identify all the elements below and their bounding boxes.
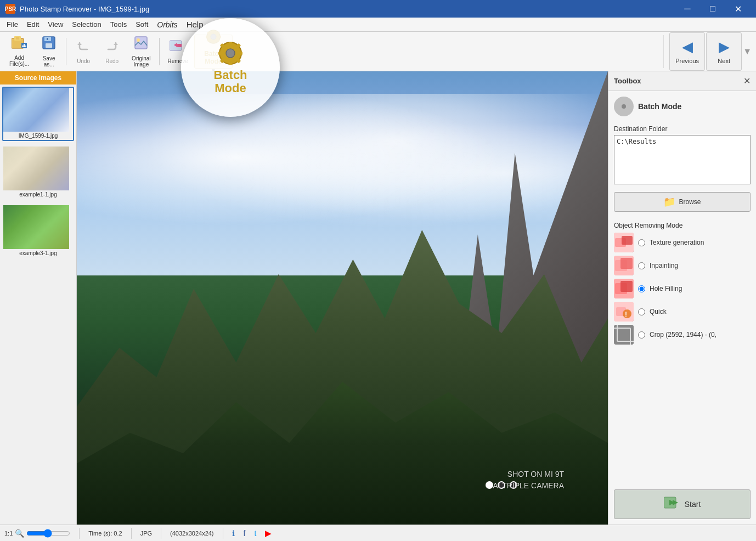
menu-edit[interactable]: Edit bbox=[22, 19, 43, 30]
toolbar-sep-3 bbox=[663, 35, 664, 68]
watermark-line1: SHOT ON MI 9T bbox=[493, 469, 564, 480]
twitter-icon[interactable]: t bbox=[254, 529, 256, 538]
original-image-button[interactable]: Original Image bbox=[127, 35, 155, 69]
title-bar-left: PSR Photo Stamp Remover - IMG_1599-1.jpg bbox=[5, 4, 149, 14]
maximize-button[interactable]: □ bbox=[700, 0, 725, 18]
zoom-label: 1:1 bbox=[4, 530, 13, 537]
status-sep-4 bbox=[223, 528, 223, 539]
toolbox-title: Toolbox bbox=[614, 77, 641, 85]
previous-button[interactable]: ◀ Previous bbox=[669, 32, 705, 71]
hole-filling-label: Hole Filling bbox=[650, 285, 682, 292]
browse-button[interactable]: 📁 Browse bbox=[614, 192, 751, 212]
status-sep-2 bbox=[131, 528, 132, 539]
redo-label: Redo bbox=[105, 58, 119, 64]
minimize-button[interactable]: ─ bbox=[675, 0, 700, 18]
svg-rect-41 bbox=[618, 106, 620, 108]
menu-orbits[interactable]: Orbits bbox=[153, 19, 182, 30]
zoom-controls: 1:1 🔍 bbox=[4, 529, 70, 538]
mode-option-hole-filling[interactable]: Hole Filling bbox=[614, 279, 751, 298]
browse-label: Browse bbox=[679, 198, 701, 206]
svg-point-13 bbox=[137, 38, 140, 42]
mode-option-inpainting[interactable]: Inpainting bbox=[614, 256, 751, 275]
undo-label: Undo bbox=[77, 58, 90, 64]
close-button[interactable]: ✕ bbox=[725, 0, 751, 18]
previous-label: Previous bbox=[675, 58, 699, 64]
menu-bar: File Edit View Selection Tools Soft Orbi… bbox=[0, 18, 756, 32]
image-canvas[interactable]: SHOT ON MI 9T AI TRIPLE CAMERA bbox=[77, 71, 608, 525]
source-image-item-2[interactable]: example1-1.jpg bbox=[2, 145, 74, 200]
toolbox-close-button[interactable]: ✕ bbox=[743, 76, 751, 86]
watermark-line2: AI TRIPLE CAMERA bbox=[493, 480, 564, 492]
next-button[interactable]: ▶ Next bbox=[706, 32, 742, 71]
toolbar-expand-icon[interactable]: ▼ bbox=[743, 47, 752, 57]
previous-arrow-icon: ◀ bbox=[682, 38, 693, 55]
svg-rect-2 bbox=[16, 37, 19, 40]
batch-mode-label: Batch Mode bbox=[204, 50, 222, 65]
hole-filling-icon bbox=[614, 279, 634, 298]
toolbox-panel: Toolbox ✕ Batch Mode bbox=[608, 71, 756, 525]
svg-point-54 bbox=[623, 309, 631, 318]
original-image-icon bbox=[134, 36, 148, 53]
save-as-button[interactable]: Save as... bbox=[35, 35, 63, 69]
menu-help[interactable]: Help bbox=[182, 19, 208, 30]
menu-file[interactable]: File bbox=[2, 19, 22, 30]
crop-radio[interactable] bbox=[638, 331, 645, 339]
inpainting-radio[interactable] bbox=[638, 262, 645, 269]
start-button[interactable]: Start bbox=[614, 489, 751, 519]
add-files-button[interactable]: Add File(s)... bbox=[4, 35, 34, 69]
status-time: Time (s): 0.2 bbox=[88, 530, 122, 537]
batch-mode-button[interactable]: Batch Mode ▼ bbox=[194, 35, 233, 69]
menu-tools[interactable]: Tools bbox=[106, 19, 131, 30]
status-bar: 1:1 🔍 Time (s): 0.2 JPG (4032x3024x24) ℹ… bbox=[0, 525, 756, 541]
crop-icon bbox=[614, 325, 634, 345]
dest-folder-input[interactable] bbox=[614, 135, 751, 184]
menu-view[interactable]: View bbox=[43, 19, 67, 30]
remove-button[interactable]: Remove bbox=[163, 35, 193, 69]
source-image-name-2: example1-1.jpg bbox=[3, 190, 73, 199]
next-arrow-icon: ▶ bbox=[719, 38, 730, 55]
inpaint-icon bbox=[614, 256, 634, 275]
mode-option-crop[interactable]: Crop (2592, 1944) - (0, bbox=[614, 325, 751, 345]
toolbar-nav: ◀ Previous ▶ Next ▼ bbox=[663, 32, 752, 71]
undo-button[interactable]: Undo bbox=[70, 35, 97, 69]
object-removing-section: Object Removing Mode Texture generat bbox=[614, 217, 751, 345]
info-icon[interactable]: ℹ bbox=[232, 529, 235, 538]
svg-rect-20 bbox=[212, 41, 215, 43]
toolbar-sep-2 bbox=[159, 38, 160, 65]
main-content: Source Images IMG_1599-1.jpg example1-1.… bbox=[0, 71, 756, 525]
redo-icon bbox=[105, 38, 119, 56]
next-label: Next bbox=[718, 58, 730, 64]
zoom-slider[interactable] bbox=[26, 529, 70, 538]
hole-filling-radio[interactable] bbox=[638, 285, 645, 292]
mode-option-quick[interactable]: ! Quick bbox=[614, 302, 751, 322]
quick-radio[interactable] bbox=[638, 308, 645, 315]
mode-option-texture[interactable]: Texture generation bbox=[614, 233, 751, 252]
source-panel-header: Source Images bbox=[0, 71, 76, 84]
source-image-thumb-2 bbox=[3, 146, 69, 190]
menu-soft[interactable]: Soft bbox=[131, 19, 153, 30]
toolbar-sep-1 bbox=[66, 38, 66, 65]
svg-rect-34 bbox=[236, 43, 241, 48]
title-bar: PSR Photo Stamp Remover - IMG_1599-1.jpg… bbox=[0, 0, 756, 18]
status-dimensions: (4032x3024x24) bbox=[170, 530, 214, 537]
undo-icon bbox=[76, 38, 91, 56]
texture-icon bbox=[614, 233, 634, 252]
svg-rect-19 bbox=[212, 30, 215, 32]
texture-radio[interactable] bbox=[638, 239, 645, 246]
watermark-overlay: SHOT ON MI 9T AI TRIPLE CAMERA bbox=[493, 469, 564, 492]
source-image-item-1[interactable]: IMG_1599-1.jpg bbox=[2, 87, 74, 141]
add-files-icon bbox=[12, 36, 27, 53]
object-removing-label: Object Removing Mode bbox=[614, 222, 751, 229]
source-image-name-3: example3-1.jpg bbox=[3, 249, 73, 257]
original-image-label: Original Image bbox=[132, 55, 150, 67]
redo-button[interactable]: Redo bbox=[98, 35, 126, 69]
toolbox-body: Batch Mode Destination Folder 📁 Browse O… bbox=[608, 91, 756, 525]
source-image-item-3[interactable]: example3-1.jpg bbox=[2, 204, 74, 258]
batch-mode-icon bbox=[205, 29, 222, 48]
menu-selection[interactable]: Selection bbox=[67, 19, 105, 30]
dot-1 bbox=[486, 481, 493, 489]
svg-rect-5 bbox=[22, 46, 26, 47]
youtube-icon[interactable]: ▶ bbox=[265, 529, 271, 538]
save-as-label: Save as... bbox=[43, 55, 55, 67]
facebook-icon[interactable]: f bbox=[244, 529, 246, 538]
